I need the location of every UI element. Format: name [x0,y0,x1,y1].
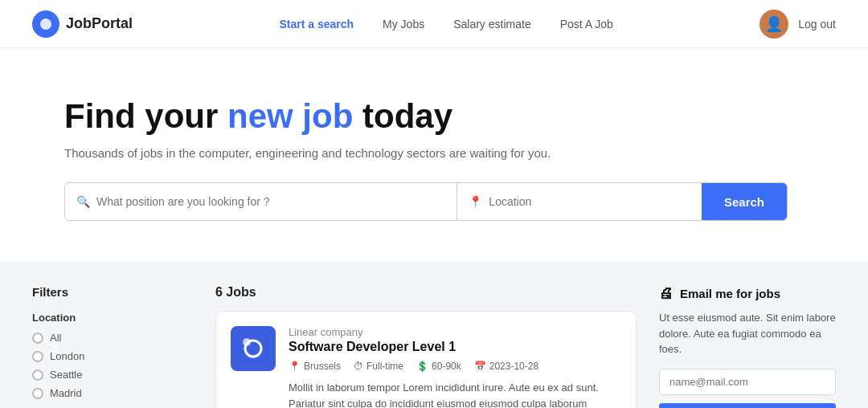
logo-icon [32,10,59,38]
location-value: Brussels [304,361,341,372]
nav-link-start-search[interactable]: Start a search [279,18,354,31]
location-input[interactable] [489,195,690,208]
radio-london[interactable] [32,351,43,362]
company-logo-svg [239,334,268,363]
svg-point-2 [243,338,251,346]
job-info: Linear company Software Developer Level … [289,326,621,408]
job-title: Software Developer Level 1 [289,340,621,354]
jobs-panel: 6 Jobs Linear company Software Developer… [215,285,637,408]
logout-button[interactable]: Log out [798,18,836,31]
clock-icon: ⏱ [354,361,363,372]
subscribe-button[interactable]: Subcribe [659,403,836,408]
position-search-icon: 🔍 [76,195,90,208]
job-card[interactable]: Linear company Software Developer Level … [215,311,637,408]
nav-right: 👤 Log out [760,10,836,39]
location-icon: 📍 [289,361,301,372]
job-description: Mollit in laborum tempor Lorem incididun… [289,380,621,408]
location-pin-icon: 📍 [469,195,482,208]
navbar: JobPortal Start a search My Jobs Salary … [0,0,868,48]
filters-title: Filters [32,285,193,299]
filter-option-london[interactable]: London [32,350,193,362]
date-value: 2023-10-28 [489,361,538,372]
nav-link-post-job[interactable]: Post A Job [560,18,613,31]
filters-panel: Filters Location All London Seattle Madr… [32,285,193,408]
headline-end: today [353,97,452,135]
filter-label-all: All [50,332,61,344]
filter-option-madrid[interactable]: Madrid [32,387,193,399]
jobs-count: 6 Jobs [215,285,637,300]
job-salary: 💲 60-90k [416,361,461,372]
filter-option-all[interactable]: All [32,332,193,344]
job-meta: 📍 Brussels ⏱ Full-time 💲 60-90k 📅 2023-1… [289,361,621,372]
location-field: 📍 [457,183,702,220]
position-input[interactable] [96,195,445,208]
email-input[interactable] [659,369,836,395]
email-title: Email me for jobs [680,287,780,300]
location-filter-label: Location [32,312,193,324]
email-panel: 🖨 Email me for jobs Ut esse eiusmod aute… [659,285,836,408]
radio-seattle[interactable] [32,369,43,381]
nav-links: Start a search My Jobs Salary estimate P… [279,18,612,31]
radio-all[interactable] [32,333,43,344]
email-panel-header: 🖨 Email me for jobs [659,285,836,302]
salary-value: 60-90k [432,361,461,372]
bottom-section: Filters Location All London Seattle Madr… [0,261,868,408]
headline-highlight: new job [227,97,353,135]
hero-section: Find your new job today Thousands of job… [0,48,868,261]
search-bar: 🔍 📍 Search [64,182,788,221]
filter-label-seattle: Seattle [50,369,82,381]
email-icon: 🖨 [659,285,674,302]
salary-icon: 💲 [416,361,428,372]
position-field: 🔍 [65,183,457,220]
company-name: Linear company [289,326,621,338]
type-value: Full-time [366,361,403,372]
nav-link-my-jobs[interactable]: My Jobs [383,18,424,31]
filter-label-madrid: Madrid [50,387,82,399]
job-type: ⏱ Full-time [354,361,403,372]
search-button[interactable]: Search [702,183,787,220]
avatar: 👤 [760,10,788,39]
job-date: 📅 2023-10-28 [474,361,538,372]
logo[interactable]: JobPortal [32,10,133,38]
filter-label-london: London [50,350,84,362]
calendar-icon: 📅 [474,361,486,372]
email-description: Ut esse eiusmod aute. Sit enim labore do… [659,310,836,357]
job-location: 📍 Brussels [289,361,341,372]
company-logo [231,326,276,371]
nav-link-salary-estimate[interactable]: Salary estimate [453,18,530,31]
radio-madrid[interactable] [32,388,43,399]
headline-start: Find your [64,97,227,135]
logo-text: JobPortal [66,15,133,32]
hero-headline: Find your new job today [64,96,836,137]
hero-subtext: Thousands of jobs in the computer, engin… [64,146,836,160]
filter-option-seattle[interactable]: Seattle [32,369,193,381]
